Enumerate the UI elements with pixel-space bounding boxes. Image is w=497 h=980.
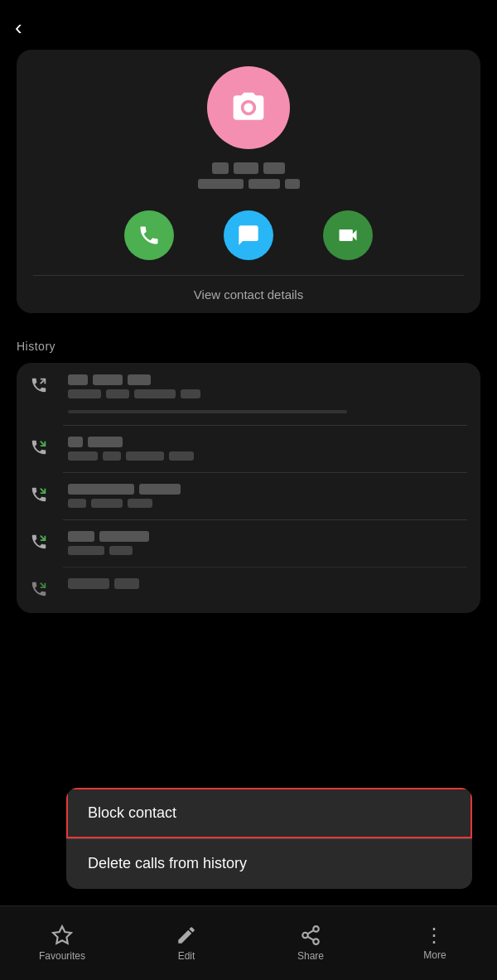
star-icon	[51, 924, 73, 946]
redacted	[68, 484, 134, 495]
redacted	[114, 578, 139, 589]
call-outgoing-icon	[30, 580, 48, 598]
more-icon: ⋮	[424, 925, 446, 945]
redacted	[99, 531, 149, 542]
nav-edit-label: Edit	[178, 950, 195, 962]
nav-edit[interactable]: Edit	[124, 924, 248, 962]
redacted	[139, 484, 181, 495]
history-content	[68, 484, 467, 508]
redacted	[68, 531, 94, 542]
history-item[interactable]	[17, 425, 480, 472]
redacted	[128, 499, 152, 508]
redacted	[263, 162, 285, 174]
nav-more[interactable]: ⋮ More	[373, 925, 497, 961]
outgoing-call-icon	[30, 485, 56, 507]
nav-more-label: More	[423, 949, 446, 961]
message-button[interactable]	[224, 210, 273, 260]
redacted	[68, 578, 109, 589]
redacted	[88, 437, 123, 447]
history-content	[68, 578, 467, 589]
call-incoming-icon	[30, 376, 48, 394]
call-button[interactable]	[124, 210, 174, 260]
redacted	[103, 451, 121, 461]
redacted	[128, 374, 151, 385]
block-contact-menu-item[interactable]: Block contact	[66, 788, 472, 838]
svg-point-2	[302, 933, 308, 939]
redacted	[93, 374, 123, 385]
history-card	[17, 363, 480, 613]
svg-line-5	[307, 930, 313, 934]
nav-favourites-label: Favourites	[39, 950, 85, 962]
redacted	[134, 389, 176, 398]
redacted	[68, 451, 98, 461]
message-icon	[237, 224, 260, 247]
redacted	[91, 499, 123, 508]
video-button[interactable]	[323, 210, 373, 260]
contact-name-area	[198, 162, 300, 189]
delete-calls-menu-item[interactable]: Delete calls from history	[66, 838, 472, 889]
outgoing-call-icon	[30, 438, 56, 460]
redacted	[68, 437, 83, 447]
nav-favourites[interactable]: Favourites	[0, 924, 124, 962]
nav-share[interactable]: Share	[248, 924, 373, 962]
history-content	[68, 437, 467, 461]
redacted	[181, 389, 200, 398]
history-item[interactable]	[17, 567, 480, 613]
redacted	[169, 451, 194, 461]
redacted	[234, 162, 258, 174]
call-outgoing-icon	[30, 485, 48, 504]
redacted	[106, 389, 129, 398]
edit-icon	[176, 924, 197, 946]
history-section-label: History	[17, 340, 55, 353]
history-item[interactable]	[17, 472, 480, 519]
avatar	[207, 66, 290, 149]
camera-icon	[230, 89, 267, 126]
phone-icon	[138, 224, 161, 247]
redacted	[198, 179, 244, 189]
redacted	[109, 546, 133, 555]
redacted	[68, 389, 101, 398]
history-item[interactable]	[17, 363, 480, 425]
outgoing-call-icon	[30, 580, 56, 601]
redacted	[248, 179, 280, 189]
share-icon	[300, 924, 321, 946]
context-menu: Block contact Delete calls from history	[66, 788, 472, 889]
redacted	[126, 451, 164, 461]
redacted	[68, 499, 86, 508]
view-contact-details-button[interactable]: View contact details	[33, 275, 464, 313]
svg-point-3	[313, 939, 319, 944]
svg-marker-0	[53, 926, 71, 944]
history-content	[68, 374, 467, 413]
call-outgoing-icon	[30, 438, 48, 456]
call-outgoing-icon	[30, 533, 48, 551]
redacted-bar	[68, 410, 347, 413]
history-content	[68, 531, 467, 555]
bottom-nav: Favourites Edit Share ⋮ More	[0, 905, 497, 980]
redacted	[285, 179, 300, 189]
action-buttons	[124, 210, 373, 275]
contact-card: View contact details	[17, 50, 480, 313]
outgoing-call-icon	[30, 533, 56, 554]
video-icon	[336, 224, 359, 247]
history-item[interactable]	[17, 519, 480, 567]
redacted	[68, 546, 104, 555]
svg-line-4	[307, 937, 313, 940]
incoming-call-icon	[30, 376, 56, 398]
redacted	[212, 162, 229, 174]
back-button[interactable]: ‹	[15, 15, 22, 41]
svg-point-1	[313, 926, 319, 932]
redacted	[68, 374, 88, 385]
nav-share-label: Share	[297, 950, 324, 962]
